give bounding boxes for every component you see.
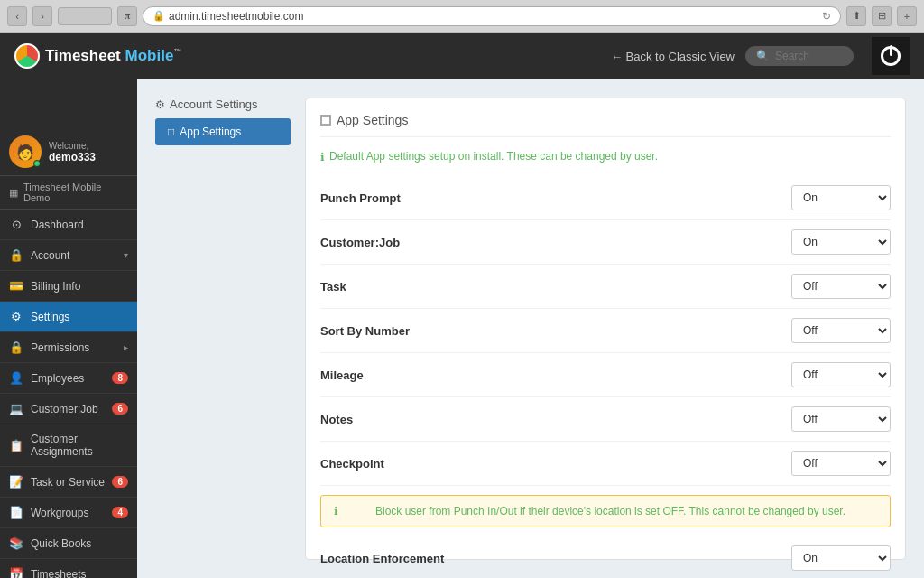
org-icon: ▦ <box>9 187 18 199</box>
settings-icon: ⚙ <box>9 310 23 323</box>
app-settings-btn-icon: □ <box>168 126 174 138</box>
timesheets-icon: 📅 <box>9 567 23 578</box>
sidebar-item-timesheets[interactable]: 📅 Timesheets <box>0 559 137 578</box>
sidebar-item-customerjob[interactable]: 💻 Customer:Job 6 <box>0 394 137 424</box>
info-message: ℹ Default App settings setup on install.… <box>320 150 891 163</box>
lock-icon: 🔒 <box>152 10 165 22</box>
chevron-right-icon: ▸ <box>124 342 128 352</box>
sidebar-item-billing[interactable]: 💳 Billing Info <box>0 271 137 302</box>
notes-select[interactable]: On Off <box>791 406 891 432</box>
refresh-icon[interactable]: ↻ <box>822 10 831 23</box>
org-name: ▦ Timesheet Mobile Demo <box>0 176 137 210</box>
search-input[interactable] <box>775 50 847 62</box>
sidebar-item-employees[interactable]: 👤 Employees 8 <box>0 363 137 394</box>
power-button[interactable] <box>872 37 910 75</box>
sidebar-item-permissions[interactable]: 🔒 Permissions ▸ <box>0 332 137 363</box>
punch-prompt-select[interactable]: On Off <box>791 185 891 210</box>
checkpoint-label: Checkpoint <box>320 457 791 471</box>
main-content: ⚙ Account Settings □ App Settings App Se… <box>137 79 924 578</box>
warning-icon: ℹ <box>334 505 338 517</box>
sidebar-item-dashboard[interactable]: ⊙ Dashboard <box>0 210 137 240</box>
org-name-text: Timesheet Mobile Demo <box>23 182 128 203</box>
back-btn[interactable]: ‹ <box>7 6 27 26</box>
sidebar-item-label: Quick Books <box>31 537 91 550</box>
customer-job-row: Customer:Job On Off <box>320 220 891 265</box>
back-to-classic-btn[interactable]: ← Back to Classic View <box>611 50 735 63</box>
customer-job-select[interactable]: On Off <box>791 229 891 255</box>
task-select[interactable]: On Off <box>791 274 891 299</box>
sidebar-item-label: Task or Service <box>31 476 105 489</box>
sidebar-item-quickbooks[interactable]: 📚 Quick Books <box>0 528 137 559</box>
task-icon: 📝 <box>9 475 23 489</box>
customerjob-badge: 6 <box>112 403 128 415</box>
new-tab-btn[interactable]: ⊞ <box>872 6 892 26</box>
punch-prompt-row: Punch Prompt On Off <box>320 176 891 220</box>
browser-chrome: ‹ › 𝛑 🔒 admin.timesheetmobile.com ↻ ⬆ ⊞ … <box>0 0 924 33</box>
employees-icon: 👤 <box>9 371 23 385</box>
logo-area: Timesheet Mobile™ <box>14 43 181 69</box>
username-label: demo333 <box>49 151 96 163</box>
checkpoint-row: Checkpoint On Off <box>320 442 891 486</box>
settings-sidebar-panel: ⚙ Account Settings □ App Settings <box>155 98 291 560</box>
sort-by-number-select[interactable]: On Off <box>791 318 891 343</box>
sidebar-item-label: Account <box>31 249 69 262</box>
panel-title: App Settings <box>320 113 891 137</box>
sidebar-item-label: Employees <box>31 372 84 385</box>
account-settings-title: ⚙ Account Settings <box>155 98 291 111</box>
sidebar-item-label: Workgroups <box>31 507 88 519</box>
customer-assignments-icon: 📋 <box>9 439 23 452</box>
nav-right: ← Back to Classic View 🔍 <box>611 37 910 75</box>
workgroups-icon: 📄 <box>9 506 23 519</box>
sidebar-item-label: Billing Info <box>31 280 80 293</box>
share-btn[interactable]: ⬆ <box>846 6 866 26</box>
logo-text: Timesheet Mobile™ <box>45 47 181 65</box>
sidebar-item-task-service[interactable]: 📝 Task or Service 6 <box>0 467 137 498</box>
top-navbar: Timesheet Mobile™ ← Back to Classic View… <box>0 33 924 79</box>
welcome-label: Welcome, <box>49 141 96 151</box>
sidebar-item-account[interactable]: 🔒 Account ▾ <box>0 240 137 271</box>
billing-icon: 💳 <box>9 279 23 293</box>
location-enforcement-label: Location Enforcement <box>320 552 791 565</box>
mileage-select[interactable]: On Off <box>791 362 891 387</box>
settings-panel: App Settings ℹ Default App settings setu… <box>305 98 906 560</box>
sidebar-item-settings[interactable]: ⚙ Settings <box>0 302 137 332</box>
address-bar[interactable]: 🔒 admin.timesheetmobile.com ↻ <box>143 6 841 26</box>
panel-title-icon <box>320 115 331 126</box>
task-row: Task On Off <box>320 265 891 309</box>
notes-row: Notes On Off <box>320 397 891 442</box>
bookmark-btn[interactable]: 𝛑 <box>117 6 137 26</box>
gear-icon: ⚙ <box>155 98 165 111</box>
location-enforcement-select[interactable]: On Off <box>791 545 891 571</box>
task-label: Task <box>320 280 791 294</box>
sort-by-number-row: Sort By Number On Off <box>320 309 891 353</box>
punch-prompt-label: Punch Prompt <box>320 191 791 205</box>
power-icon <box>881 46 901 66</box>
sidebar-item-customer-assignments[interactable]: 📋 Customer Assignments <box>0 424 137 467</box>
customer-job-label: Customer:Job <box>320 236 791 249</box>
sidebar-item-workgroups[interactable]: 📄 Workgroups 4 <box>0 498 137 528</box>
app-settings-button[interactable]: □ App Settings <box>155 118 291 145</box>
url-text: admin.timesheetmobile.com <box>169 10 303 23</box>
logo-icon <box>14 43 40 69</box>
sidebar: 🧑 Welcome, demo333 ▦ Timesheet Mobile De… <box>0 79 137 578</box>
sidebar-item-label: Settings <box>31 311 69 323</box>
tab-bar <box>58 7 112 25</box>
chevron-down-icon: ▾ <box>124 250 128 260</box>
checkpoint-select[interactable]: On Off <box>791 451 891 476</box>
quickbooks-icon: 📚 <box>9 536 23 550</box>
notes-label: Notes <box>320 413 791 426</box>
sidebar-item-label: Customer Assignments <box>31 433 128 458</box>
location-enforcement-row: Location Enforcement On Off <box>320 536 891 578</box>
customerjob-icon: 💻 <box>9 402 23 415</box>
sidebar-item-label: Dashboard <box>31 219 84 231</box>
employees-badge: 8 <box>112 372 128 384</box>
warning-text: Block user from Punch In/Out if their de… <box>344 505 877 517</box>
sidebar-item-label: Customer:Job <box>31 403 98 415</box>
sidebar-item-label: Timesheets <box>31 568 87 579</box>
extend-btn[interactable]: + <box>897 6 917 26</box>
user-info: Welcome, demo333 <box>49 141 96 163</box>
task-badge: 6 <box>112 476 128 488</box>
forward-btn[interactable]: › <box>32 6 52 26</box>
permissions-icon: 🔒 <box>9 340 23 354</box>
info-icon: ℹ <box>320 151 325 163</box>
